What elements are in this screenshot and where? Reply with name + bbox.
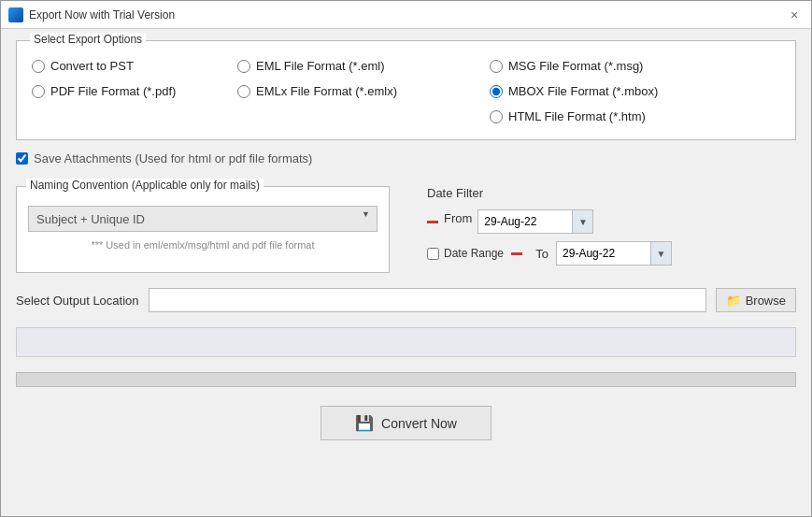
date-range-wrapper: Date Range To ▼ bbox=[427, 241, 796, 266]
date-filter-section: Date Filter From ▼ Date Range bbox=[418, 186, 796, 273]
folder-icon: 📁 bbox=[726, 294, 741, 308]
app-icon bbox=[8, 7, 23, 22]
option-emlx[interactable]: EMLx File Format (*.emlx) bbox=[237, 81, 490, 101]
date-range-label[interactable]: Date Range bbox=[444, 247, 504, 260]
naming-convention-title: Naming Convention (Applicable only for m… bbox=[26, 179, 264, 192]
label-eml[interactable]: EML File Format (*.eml) bbox=[256, 59, 384, 73]
radio-html[interactable] bbox=[490, 110, 503, 123]
to-date-wrapper: ▼ bbox=[556, 241, 672, 266]
radio-mbox[interactable] bbox=[490, 85, 503, 98]
label-html[interactable]: HTML File Format (*.htm) bbox=[508, 109, 646, 123]
radio-eml[interactable] bbox=[237, 60, 250, 73]
radio-emlx[interactable] bbox=[237, 85, 250, 98]
convert-now-button[interactable]: 💾 Convert Now bbox=[321, 406, 491, 440]
browse-button[interactable]: 📁 Browse bbox=[716, 288, 796, 312]
option-pdf[interactable]: PDF File Format (*.pdf) bbox=[32, 81, 237, 101]
date-range-checkbox[interactable] bbox=[427, 248, 439, 260]
main-window: Export Now with Trial Version × Select E… bbox=[0, 0, 812, 517]
export-options-group: Select Export Options Convert to PST EML… bbox=[16, 40, 796, 140]
from-date-wrapper: ▼ bbox=[477, 209, 593, 234]
convert-label: Convert Now bbox=[381, 416, 457, 431]
output-location-input[interactable] bbox=[149, 288, 706, 312]
label-pst[interactable]: Convert to PST bbox=[50, 59, 134, 73]
radio-msg[interactable] bbox=[490, 60, 503, 73]
to-date-input[interactable] bbox=[557, 242, 650, 265]
middle-section: Naming Convention (Applicable only for m… bbox=[16, 186, 796, 273]
radio-pdf[interactable] bbox=[32, 85, 45, 98]
convert-icon: 💾 bbox=[355, 414, 374, 432]
label-msg[interactable]: MSG File Format (*.msg) bbox=[508, 59, 643, 73]
export-options-title: Select Export Options bbox=[30, 33, 146, 46]
option-eml[interactable]: EML File Format (*.eml) bbox=[237, 56, 490, 76]
from-date-dropdown-btn[interactable]: ▼ bbox=[572, 210, 592, 233]
from-red-dash bbox=[427, 221, 438, 223]
option-mbox[interactable]: MBOX File Format (*.mbox) bbox=[490, 81, 742, 101]
radio-pst[interactable] bbox=[32, 60, 45, 73]
naming-convention-note: *** Used in eml/emlx/msg/html and pdf fi… bbox=[28, 239, 378, 251]
title-bar: Export Now with Trial Version × bbox=[1, 1, 811, 29]
option-msg[interactable]: MSG File Format (*.msg) bbox=[490, 56, 742, 76]
date-range-check[interactable]: Date Range bbox=[427, 247, 504, 260]
from-label: From bbox=[444, 211, 472, 225]
label-emlx[interactable]: EMLx File Format (*.emlx) bbox=[256, 84, 397, 98]
date-filter-from-row: From ▼ bbox=[427, 209, 796, 234]
main-content: Select Export Options Convert to PST EML… bbox=[1, 29, 811, 516]
convert-btn-row: 💾 Convert Now bbox=[16, 398, 796, 444]
naming-select-wrapper[interactable]: Subject + Unique ID Subject Only Unique … bbox=[28, 196, 378, 232]
output-location-row: Select Output Location 📁 Browse bbox=[16, 284, 796, 316]
from-date-input[interactable] bbox=[478, 210, 572, 233]
export-options-grid: Convert to PST EML File Format (*.eml) M… bbox=[32, 56, 780, 126]
browse-label: Browse bbox=[746, 294, 786, 308]
progress-area bbox=[16, 327, 796, 357]
window-title: Export Now with Trial Version bbox=[29, 8, 175, 22]
naming-convention-box: Naming Convention (Applicable only for m… bbox=[16, 186, 390, 273]
save-attachments-row: Save Attachments (Used for html or pdf f… bbox=[16, 151, 796, 165]
to-red-dash bbox=[511, 252, 522, 255]
output-location-label: Select Output Location bbox=[16, 294, 139, 308]
option-pst[interactable]: Convert to PST bbox=[32, 56, 237, 76]
title-bar-left: Export Now with Trial Version bbox=[8, 7, 175, 22]
naming-convention-select[interactable]: Subject + Unique ID Subject Only Unique … bbox=[28, 206, 378, 232]
save-attachments-checkbox[interactable] bbox=[16, 152, 28, 165]
label-mbox[interactable]: MBOX File Format (*.mbox) bbox=[508, 84, 658, 98]
date-filter-title: Date Filter bbox=[427, 186, 796, 200]
to-label: To bbox=[530, 247, 548, 261]
progress-bar-area bbox=[16, 372, 796, 387]
label-pdf[interactable]: PDF File Format (*.pdf) bbox=[50, 84, 176, 98]
close-button[interactable]: × bbox=[785, 6, 804, 24]
option-html[interactable]: HTML File Format (*.htm) bbox=[490, 107, 742, 126]
to-date-dropdown-btn[interactable]: ▼ bbox=[650, 242, 671, 265]
save-attachments-label[interactable]: Save Attachments (Used for html or pdf f… bbox=[34, 151, 312, 165]
